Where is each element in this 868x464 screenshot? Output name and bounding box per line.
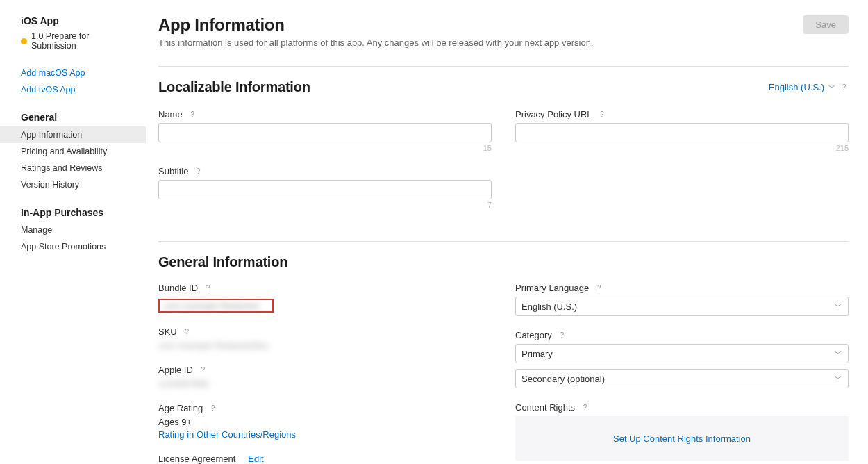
primary-language-label: Primary Language [515,283,589,293]
name-input[interactable] [158,123,492,142]
age-rating-label: Age Rating [158,403,203,413]
help-icon[interactable]: ? [199,366,208,374]
status-dot-icon [21,38,27,44]
sidebar-item-version-history[interactable]: Version History [0,176,146,193]
sku-label: SKU [158,326,177,337]
sidebar-item-app-information[interactable]: App Information [0,126,146,143]
sidebar-item-pricing[interactable]: Pricing and Availability [0,143,146,160]
chevron-down-icon: ﹀ [828,83,835,92]
subtitle-label: Subtitle [158,166,188,176]
name-char-count: 15 [158,144,492,152]
save-button[interactable]: Save [803,15,849,34]
help-icon[interactable]: ? [558,331,567,339]
divider [158,241,849,242]
license-edit-link[interactable]: Edit [248,454,263,464]
sidebar: iOS App 1.0 Prepare for Submission Add m… [0,0,146,464]
sidebar-item-ratings[interactable]: Ratings and Reviews [0,160,146,176]
help-icon[interactable]: ? [194,167,203,175]
add-macos-link[interactable]: Add macOS App [0,65,146,81]
license-label: License Agreement [158,454,235,464]
content-rights-label: Content Rights [515,402,575,413]
sidebar-heading-iap: In-App Purchases [0,207,146,222]
help-icon[interactable]: ? [581,404,590,411]
category-primary-select[interactable]: Primary [515,344,849,363]
content-rights-panel: Set Up Content Rights Information [515,416,849,461]
ios-status-text: 1.0 Prepare for Submission [31,31,125,51]
language-picker[interactable]: English (U.S.) ﹀ ? [769,82,849,92]
content-rights-setup-link[interactable]: Set Up Content Rights Information [613,433,751,444]
bundle-id-label: Bundle ID [158,283,198,293]
main-content: App Information This information is used… [146,0,868,464]
category-label: Category [515,330,552,340]
sidebar-item-ios-version[interactable]: 1.0 Prepare for Submission [0,30,146,51]
name-label: Name [158,109,183,119]
privacy-char-count: 215 [515,144,849,152]
sidebar-heading-ios: iOS App [0,15,146,30]
help-icon[interactable]: ? [594,284,603,292]
page-subtitle: This information is used for all platfor… [158,38,593,48]
age-rating-regions-link[interactable]: Rating in Other Countries/Regions [158,429,492,440]
section-title-localizable: Localizable Information [158,79,310,95]
add-tvos-link[interactable]: Add tvOS App [0,81,146,98]
help-icon[interactable]: ? [183,328,192,335]
apple-id-value: 1234567890 [158,379,492,389]
divider [158,66,849,67]
subtitle-char-count: 7 [158,201,492,209]
page-title: App Information [158,15,593,35]
privacy-url-label: Privacy Policy URL [515,109,592,119]
help-icon[interactable]: ? [188,110,197,118]
sku-value: com example RedactedSku [158,340,492,351]
sidebar-item-promotions[interactable]: App Store Promotions [0,238,146,255]
sidebar-heading-general: General [0,112,146,126]
primary-language-select[interactable]: English (U.S.) [515,297,849,316]
help-icon[interactable]: ? [840,83,849,91]
help-icon[interactable]: ? [208,404,217,412]
apple-id-label: Apple ID [158,365,193,375]
help-icon[interactable]: ? [598,110,607,118]
sidebar-item-manage[interactable]: Manage [0,222,146,238]
subtitle-input[interactable] [158,180,492,199]
privacy-url-input[interactable] [515,123,849,142]
bundle-id-highlight: com example Redacted [158,299,274,313]
bundle-id-value: com example Redacted [164,301,268,310]
age-rating-value: Ages 9+ [158,417,492,427]
category-secondary-select[interactable]: Secondary (optional) [515,369,849,388]
help-icon[interactable]: ? [203,284,212,292]
section-title-general: General Information [158,254,849,270]
language-picker-label: English (U.S.) [769,82,824,92]
